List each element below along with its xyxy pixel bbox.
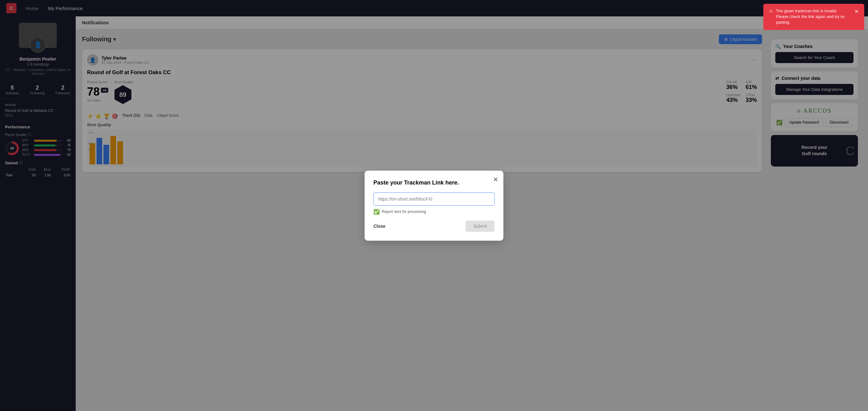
success-text: Report sent for processing	[382, 210, 426, 214]
modal-actions: Close Submit	[373, 220, 495, 232]
error-toast: ⚠ The given trackman link is invalid. Pl…	[763, 4, 864, 30]
modal-title: Paste your Trackman Link here.	[373, 180, 495, 186]
modal-overlay: Paste your Trackman Link here. ✕ ✅ Repor…	[0, 0, 868, 411]
modal-submit-button[interactable]: Submit	[466, 220, 495, 232]
toast-close-button[interactable]: ✕	[855, 8, 859, 15]
trackman-modal: Paste your Trackman Link here. ✕ ✅ Repor…	[365, 171, 503, 241]
modal-close-x-button[interactable]: ✕	[493, 176, 498, 183]
trackman-link-input[interactable]	[373, 192, 495, 205]
modal-close-button[interactable]: Close	[373, 224, 385, 229]
modal-success-message: ✅ Report sent for processing	[373, 209, 495, 215]
success-check-icon: ✅	[373, 209, 380, 215]
toast-warning-icon: ⚠	[769, 8, 773, 14]
toast-message: The given trackman link is invalid. Plea…	[776, 8, 849, 26]
